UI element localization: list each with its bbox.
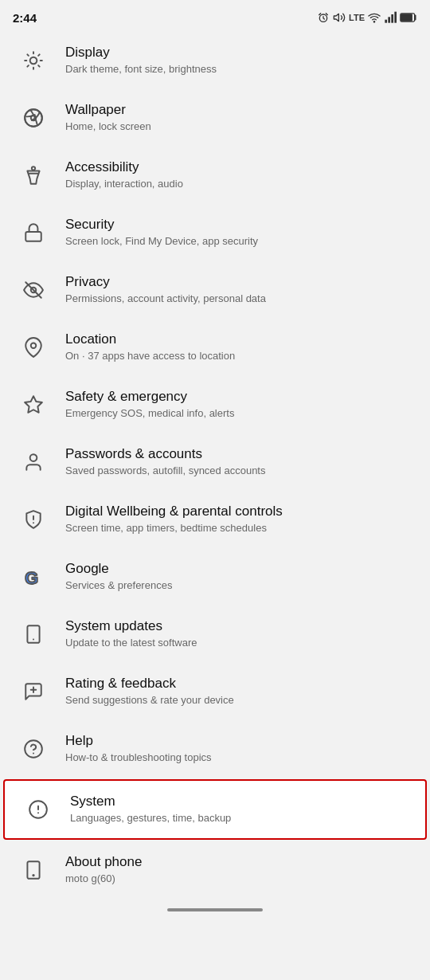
wellbeing-subtitle: Screen time, app timers, bedtime schedul… <box>65 521 414 535</box>
settings-item-security[interactable]: Security Screen lock, Find My Device, ap… <box>0 204 430 261</box>
display-icon <box>16 43 51 78</box>
settings-item-updates[interactable]: System updates Update to the latest soft… <box>0 606 430 663</box>
safety-title: Safety & emergency <box>65 388 414 406</box>
svg-point-4 <box>373 22 374 22</box>
settings-item-system[interactable]: System Languages, gestures, time, backup <box>3 779 427 840</box>
safety-subtitle: Emergency SOS, medical info, alerts <box>65 406 414 421</box>
svg-rect-5 <box>385 20 387 23</box>
system-icon <box>21 792 56 827</box>
google-text: Google Services & preferences <box>65 560 414 593</box>
wifi-icon <box>368 11 381 24</box>
svg-text:G: G <box>25 568 38 587</box>
help-title: Help <box>65 732 414 750</box>
privacy-subtitle: Permissions, account activity, personal … <box>65 292 414 306</box>
privacy-text: Privacy Permissions, account activity, p… <box>65 273 414 306</box>
settings-item-wallpaper[interactable]: Wallpaper Home, lock screen <box>0 89 430 147</box>
svg-rect-22 <box>27 625 39 643</box>
status-icons: LTE <box>317 11 417 24</box>
security-title: Security <box>65 216 414 233</box>
wellbeing-text: Digital Wellbeing & parental controls Sc… <box>65 503 414 535</box>
help-text: Help How-to & troubleshooting topics <box>65 732 414 765</box>
settings-item-rating[interactable]: Rating & feedback Send suggestions & rat… <box>0 663 430 720</box>
wallpaper-subtitle: Home, lock screen <box>65 120 414 134</box>
settings-item-display[interactable]: Display Dark theme, font size, brightnes… <box>0 32 430 89</box>
privacy-icon <box>16 272 51 308</box>
display-text: Display Dark theme, font size, brightnes… <box>65 44 414 76</box>
location-subtitle: On · 37 apps have access to location <box>65 349 414 363</box>
passwords-subtitle: Saved passwords, autofill, synced accoun… <box>65 464 414 478</box>
rating-title: Rating & feedback <box>65 675 414 692</box>
svg-point-19 <box>31 343 37 349</box>
svg-point-20 <box>30 454 37 461</box>
wallpaper-text: Wallpaper Home, lock screen <box>65 101 414 134</box>
svg-rect-6 <box>388 17 390 22</box>
location-title: Location <box>65 331 414 348</box>
settings-item-safety[interactable]: Safety & emergency Emergency SOS, medica… <box>0 376 430 433</box>
accessibility-text: Accessibility Display, interaction, audi… <box>65 159 414 191</box>
google-title: Google <box>65 560 414 578</box>
settings-item-help[interactable]: Help How-to & troubleshooting topics <box>0 720 430 778</box>
settings-item-google[interactable]: G Google Services & preferences <box>0 548 430 606</box>
about-subtitle: moto g(60) <box>65 872 414 886</box>
settings-item-location[interactable]: Location On · 37 apps have access to loc… <box>0 319 430 376</box>
security-text: Security Screen lock, Find My Device, ap… <box>65 216 414 249</box>
bottom-indicator <box>167 908 263 911</box>
svg-rect-8 <box>394 12 397 23</box>
accessibility-subtitle: Display, interaction, audio <box>65 177 414 191</box>
svg-rect-16 <box>25 232 41 241</box>
location-text: Location On · 37 apps have access to loc… <box>65 331 414 363</box>
alarm-icon <box>317 11 330 24</box>
svg-point-15 <box>32 167 35 170</box>
volume-icon <box>333 11 346 24</box>
wellbeing-title: Digital Wellbeing & parental controls <box>65 503 414 520</box>
passwords-icon <box>16 445 51 480</box>
google-icon: G <box>16 559 51 594</box>
svg-rect-7 <box>391 14 393 23</box>
battery-icon <box>400 12 417 23</box>
svg-rect-10 <box>401 14 412 21</box>
svg-point-12 <box>30 57 37 65</box>
signal-icon <box>384 11 397 24</box>
wellbeing-icon <box>16 502 51 537</box>
wallpaper-icon <box>16 100 51 135</box>
passwords-text: Passwords & accounts Saved passwords, au… <box>65 445 414 478</box>
updates-title: System updates <box>65 617 414 635</box>
system-subtitle: Languages, gestures, time, backup <box>70 811 409 825</box>
passwords-title: Passwords & accounts <box>65 445 414 463</box>
status-bar: 2:44 LTE <box>0 0 430 32</box>
security-subtitle: Screen lock, Find My Device, app securit… <box>65 234 414 249</box>
accessibility-title: Accessibility <box>65 159 414 176</box>
updates-icon <box>16 617 51 652</box>
about-title: About phone <box>65 853 414 871</box>
rating-text: Rating & feedback Send suggestions & rat… <box>65 675 414 708</box>
svg-point-26 <box>25 740 42 758</box>
safety-text: Safety & emergency Emergency SOS, medica… <box>65 388 414 421</box>
security-icon <box>16 215 51 250</box>
wallpaper-title: Wallpaper <box>65 101 414 119</box>
about-icon <box>16 853 51 888</box>
rating-icon <box>16 674 51 709</box>
bottom-bar <box>0 899 430 918</box>
google-subtitle: Services & preferences <box>65 578 414 593</box>
about-text: About phone moto g(60) <box>65 853 414 886</box>
svg-marker-3 <box>334 14 338 21</box>
privacy-title: Privacy <box>65 273 414 291</box>
status-time: 2:44 <box>13 11 37 25</box>
svg-line-1 <box>319 14 321 15</box>
safety-icon <box>16 387 51 422</box>
settings-item-privacy[interactable]: Privacy Permissions, account activity, p… <box>0 261 430 319</box>
location-icon <box>16 330 51 365</box>
accessibility-icon <box>16 158 51 193</box>
rating-subtitle: Send suggestions & rate your device <box>65 693 414 708</box>
settings-item-accessibility[interactable]: Accessibility Display, interaction, audi… <box>0 147 430 204</box>
settings-item-about[interactable]: About phone moto g(60) <box>0 841 430 899</box>
display-subtitle: Dark theme, font size, brightness <box>65 62 414 76</box>
help-icon <box>16 731 51 766</box>
help-subtitle: How-to & troubleshooting topics <box>65 751 414 765</box>
settings-list: Display Dark theme, font size, brightnes… <box>0 32 430 899</box>
lte-icon: LTE <box>349 13 365 22</box>
settings-item-passwords[interactable]: Passwords & accounts Saved passwords, au… <box>0 433 430 491</box>
settings-item-wellbeing[interactable]: Digital Wellbeing & parental controls Sc… <box>0 491 430 548</box>
display-title: Display <box>65 44 414 61</box>
svg-line-2 <box>326 14 327 15</box>
